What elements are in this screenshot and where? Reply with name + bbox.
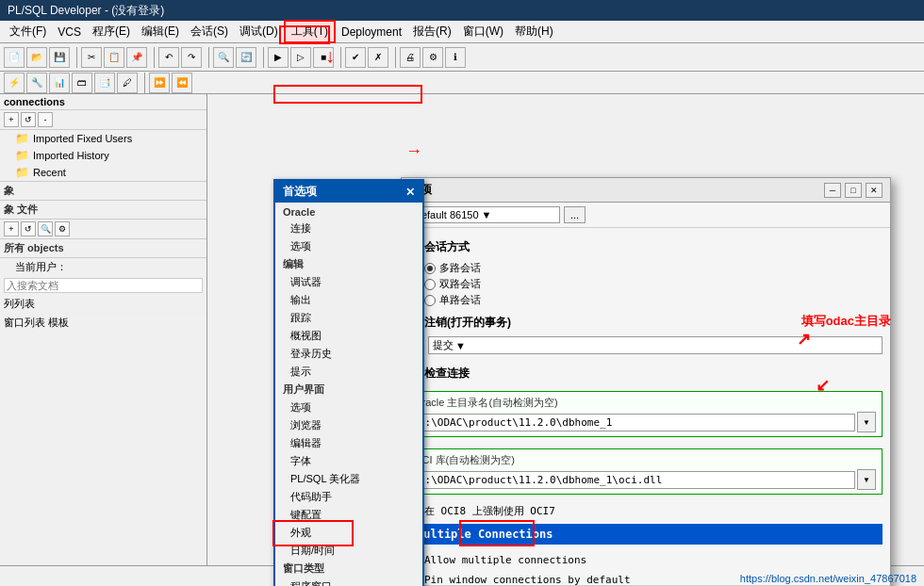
menu-file[interactable]: 文件(F) (4, 22, 52, 41)
conn-imported-history[interactable]: 📁 Imported History (0, 147, 206, 164)
pref-appearance[interactable]: 外观 (275, 524, 422, 542)
btn-rollback[interactable]: ✗ (368, 47, 388, 68)
radio-multi-circle (424, 263, 436, 274)
btn-save[interactable]: 💾 (49, 47, 70, 68)
btn-t2-1[interactable]: ⚡ (4, 73, 25, 93)
sep5 (338, 47, 341, 68)
btn-t2-6[interactable]: 🖊 (117, 73, 138, 93)
sep3 (206, 47, 209, 68)
dropdown-arrow: ▼ (482, 209, 492, 220)
oci-lib-input[interactable] (414, 471, 855, 489)
menu-edit[interactable]: 编辑(E) (136, 22, 185, 41)
pref-login-history[interactable]: 登录历史 (275, 345, 422, 363)
pref-keyconfig[interactable]: 键配置 (275, 506, 422, 524)
btn-obj-2[interactable]: ↺ (21, 221, 36, 236)
watermark: https://blog.csdn.net/weixin_47867018 (740, 573, 916, 584)
btn-cut[interactable]: ✂ (81, 47, 102, 68)
session-radio-group: 多路会话 双路会话 单路会话 (424, 261, 883, 307)
btn-replace[interactable]: 🔄 (236, 47, 256, 68)
pref-code-assistant[interactable]: 代码助手 (275, 488, 422, 506)
pref-overview[interactable]: 概视图 (275, 327, 422, 345)
btn-t2-7[interactable]: ⏩ (149, 73, 170, 93)
menu-tools[interactable]: 工具(T) (284, 20, 336, 43)
maximize-btn[interactable]: □ (845, 183, 862, 198)
options-extra-btn[interactable]: ... (564, 206, 586, 223)
pref-debugger[interactable]: 调试器 (275, 273, 422, 291)
menu-debug[interactable]: 调试(D) (234, 22, 284, 41)
pref-trace[interactable]: 跟踪 (275, 309, 422, 327)
pref-font[interactable]: 字体 (275, 452, 422, 470)
btn-t2-5[interactable]: 📑 (94, 73, 115, 93)
btn-t2-4[interactable]: 🗃 (72, 73, 92, 93)
conn-imported-fixed[interactable]: 📁 Imported Fixed Users (0, 130, 206, 147)
btn-obj-3[interactable]: 🔍 (38, 221, 53, 236)
pref-output[interactable]: 输出 (275, 291, 422, 309)
object-section-title: 象 (0, 182, 206, 201)
search-input[interactable] (4, 278, 203, 293)
btn-extra2[interactable]: ℹ (445, 47, 466, 68)
session-dropdown[interactable]: Default 86150 ▼ (409, 206, 560, 223)
menu-session[interactable]: 会话(S) (185, 22, 234, 41)
btn-conn-del[interactable]: - (38, 112, 53, 127)
btn-t2-2[interactable]: 🔧 (26, 73, 47, 93)
btn-extra1[interactable]: ⚙ (422, 47, 443, 68)
btn-stop[interactable]: ■ (313, 47, 334, 68)
btn-redo[interactable]: ↷ (181, 47, 202, 68)
pref-ui-options[interactable]: 选项 (275, 399, 422, 416)
title-bar: PL/SQL Developer - (没有登录) (0, 0, 924, 21)
pref-editor-section: 编辑 (275, 255, 422, 273)
multiple-connections-row[interactable]: Multiple Connections (409, 524, 883, 545)
btn-new[interactable]: 📄 (4, 47, 25, 68)
radio-single-circle (424, 295, 436, 306)
sep2 (151, 47, 155, 68)
pref-close-icon[interactable]: ✕ (405, 186, 415, 199)
object-toolbar: + ↺ 🔍 ⚙ (0, 220, 206, 239)
btn-obj-4[interactable]: ⚙ (55, 221, 70, 236)
pref-editor[interactable]: 编辑器 (275, 434, 422, 452)
sep7 (141, 73, 145, 93)
btn-search[interactable]: 🔍 (213, 47, 234, 68)
oracle-home-dropdown-btn[interactable]: ▼ (857, 412, 876, 432)
radio-dual-session[interactable]: 双路会话 (424, 277, 883, 291)
btn-print[interactable]: 🖨 (400, 47, 421, 68)
cancel-section-header: ■ 注销(打开的事务) (409, 315, 883, 331)
pref-browser[interactable]: 浏览器 (275, 416, 422, 434)
connections-title: connections (0, 94, 206, 110)
all-objects-title: 所有 objects (0, 239, 206, 258)
minimize-btn[interactable]: ─ (824, 183, 841, 198)
conn-recent[interactable]: 📁 Recent (0, 164, 206, 181)
current-user: 当前用户： (0, 258, 206, 276)
pref-oracle-connect[interactable]: 连接 (275, 220, 422, 237)
btn-compile[interactable]: ▶ (268, 47, 289, 68)
oci-lib-dropdown-btn[interactable]: ▼ (857, 469, 876, 490)
pref-datetime[interactable]: 日期/时间 (275, 542, 422, 560)
menu-report[interactable]: 报告(R) (407, 22, 457, 41)
menu-deployment[interactable]: Deployment (336, 24, 407, 41)
pref-plsql-beautifier[interactable]: PL/SQL 美化器 (275, 470, 422, 488)
menu-help[interactable]: 帮助(H) (509, 22, 559, 41)
btn-obj-1[interactable]: + (4, 221, 19, 236)
pref-program-window[interactable]: 程序窗口 (275, 578, 422, 586)
pref-wintype-section: 窗口类型 (275, 560, 422, 578)
menu-vcs[interactable]: VCS (52, 24, 87, 41)
btn-t2-8[interactable]: ⏪ (172, 73, 192, 93)
pref-hint[interactable]: 提示 (275, 363, 422, 381)
menu-window[interactable]: 窗口(W) (457, 22, 509, 41)
btn-paste[interactable]: 📌 (126, 47, 147, 68)
close-btn[interactable]: ✕ (866, 183, 883, 198)
radio-multi-session[interactable]: 多路会话 (424, 261, 883, 275)
oracle-home-input[interactable] (414, 414, 855, 431)
menu-program[interactable]: 程序(E) (87, 22, 136, 41)
btn-copy[interactable]: 📋 (104, 47, 124, 68)
btn-open[interactable]: 📂 (26, 47, 47, 68)
btn-commit[interactable]: ✔ (345, 47, 366, 68)
btn-undo[interactable]: ↶ (158, 47, 179, 68)
btn-conn-refresh[interactable]: ↺ (21, 112, 36, 127)
radio-single-session[interactable]: 单路会话 (424, 293, 883, 307)
btn-t2-3[interactable]: 📊 (49, 73, 70, 93)
commit-dropdown[interactable]: 提交 ▼ (428, 336, 883, 354)
pref-oracle-options[interactable]: 选项 (275, 237, 422, 255)
btn-run[interactable]: ▷ (290, 47, 311, 68)
btn-conn-add[interactable]: + (4, 112, 19, 127)
check-conn-header: 检查连接 (409, 366, 883, 382)
